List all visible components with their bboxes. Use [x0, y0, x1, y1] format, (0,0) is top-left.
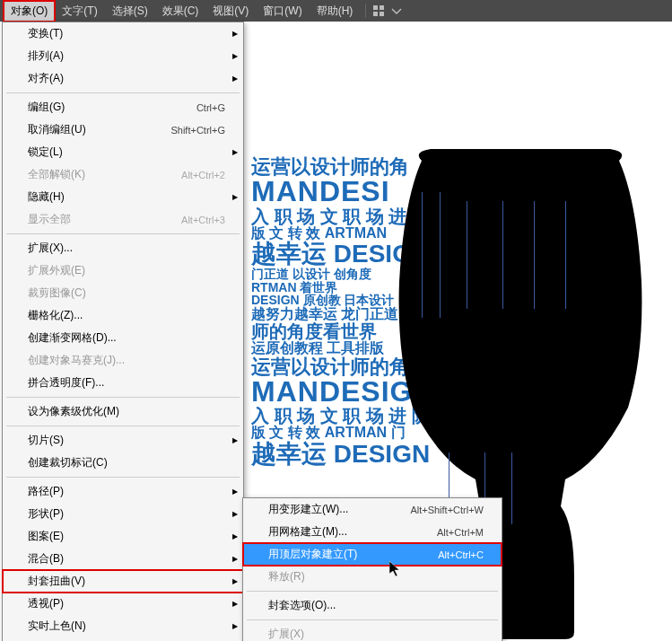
menu-item-shortcut: Alt+Ctrl+3 [181, 215, 225, 225]
menu-item-label: 路径(P) [28, 484, 64, 499]
menu-item[interactable]: 锁定(L) [3, 141, 243, 163]
menu-item-label: 图案(E) [28, 529, 64, 544]
menu-item[interactable]: 实时上色(N) [3, 615, 243, 637]
menu-item[interactable]: 创建裁切标记(C) [3, 452, 243, 474]
menu-item[interactable]: 变换(T) [3, 22, 243, 45]
menu-item-label: 栅格化(Z)... [28, 308, 83, 323]
menu-item[interactable]: 拼合透明度(F)... [3, 372, 243, 394]
object-menu-dropdown: 变换(T)排列(A)对齐(A)编组(G)Ctrl+G取消编组(U)Shift+C… [2, 22, 244, 641]
menu-item[interactable]: 创建渐变网格(D)... [3, 327, 243, 349]
menu-separator [6, 397, 240, 398]
menu-item[interactable]: 扩展(X)... [3, 237, 243, 259]
menu-item[interactable]: 路径(P) [3, 480, 243, 503]
menu-item[interactable]: 排列(A) [3, 45, 243, 67]
svg-rect-3 [380, 12, 384, 16]
menu-item[interactable]: 取消编组(U)Shift+Ctrl+G [3, 119, 243, 141]
menu-item-shortcut: Alt+Ctrl+C [438, 549, 484, 560]
menu-item[interactable]: 图案(E) [3, 525, 243, 548]
menu-separator [6, 233, 240, 234]
menu-item-shortcut: Alt+Ctrl+2 [181, 170, 225, 180]
mouse-cursor-icon [389, 561, 402, 577]
menu-help[interactable]: 帮助(H) [310, 1, 361, 22]
submenu-item: 释放(R) [243, 566, 502, 588]
selection-guide [467, 201, 467, 309]
selection-guide [511, 452, 512, 524]
submenu-item: 扩展(X) [243, 623, 502, 641]
menu-type[interactable]: 文字(T) [55, 1, 104, 22]
menu-item: 裁剪图像(C) [3, 282, 243, 304]
menu-item-label: 变换(T) [28, 26, 63, 41]
menu-item-label: 取消编组(U) [28, 122, 86, 137]
submenu-item[interactable]: 用顶层对象建立(T)Alt+Ctrl+C [243, 543, 502, 566]
menu-item-label: 创建对象马赛克(J)... [28, 353, 125, 368]
svg-rect-0 [373, 5, 378, 10]
submenu-item[interactable]: 用变形建立(W)...Alt+Shift+Ctrl+W [243, 498, 502, 521]
menu-item-label: 扩展外观(E) [28, 263, 85, 278]
menu-item-label: 创建裁切标记(C) [28, 455, 108, 470]
menu-object[interactable]: 对象(O) [4, 1, 55, 22]
selection-guide [422, 192, 423, 318]
svg-rect-1 [380, 5, 384, 10]
menu-item-label: 封套选项(O)... [268, 598, 336, 613]
submenu-item[interactable]: 用网格建立(M)...Alt+Ctrl+M [243, 521, 502, 543]
menu-item[interactable]: 隐藏(H) [3, 186, 243, 208]
menu-item[interactable]: 栅格化(Z)... [3, 304, 243, 327]
menu-item: 扩展外观(E) [3, 259, 243, 282]
menu-item[interactable]: 切片(S) [3, 429, 243, 452]
menu-item[interactable]: 编组(G)Ctrl+G [3, 96, 243, 119]
menu-view[interactable]: 视图(V) [205, 1, 256, 22]
menu-item[interactable]: 形状(P) [3, 503, 243, 525]
menu-item-label: 封套扭曲(V) [28, 574, 85, 589]
menu-item-label: 裁剪图像(C) [28, 285, 86, 301]
menu-item-label: 锁定(L) [28, 145, 63, 160]
menu-item-shortcut: Ctrl+G [196, 102, 225, 113]
menu-effect[interactable]: 效果(C) [155, 1, 206, 22]
menu-item-label: 排列(A) [28, 48, 64, 64]
menu-item-label: 对齐(A) [28, 71, 64, 86]
submenu-item[interactable]: 封套选项(O)... [243, 594, 502, 617]
menu-item-label: 实时上色(N) [28, 619, 86, 634]
menu-item-label: 用变形建立(W)... [268, 502, 348, 517]
menu-separator [247, 619, 498, 620]
menu-item-label: 切片(S) [28, 433, 64, 448]
menu-separator [6, 426, 240, 426]
menu-window[interactable]: 窗口(W) [256, 1, 309, 22]
workspace-icon[interactable] [371, 4, 386, 18]
menu-item[interactable]: 对齐(A) [3, 67, 243, 90]
menu-item[interactable]: 设为像素级优化(M) [3, 400, 243, 423]
menu-separator [6, 92, 240, 93]
menu-select[interactable]: 选择(S) [105, 1, 155, 22]
selection-guide [565, 201, 566, 309]
svg-rect-2 [373, 12, 378, 16]
menu-item-label: 释放(R) [268, 569, 305, 584]
menu-item: 全部解锁(K)Alt+Ctrl+2 [3, 163, 243, 186]
menubar-divider [365, 4, 366, 18]
envelope-distort-submenu: 用变形建立(W)...Alt+Shift+Ctrl+W用网格建立(M)...Al… [242, 497, 502, 641]
menu-item-label: 透视(P) [28, 596, 64, 611]
menu-item-label: 混合(B) [28, 551, 64, 566]
menu-item-label: 显示全部 [28, 212, 71, 227]
menu-item-label: 拼合透明度(F)... [28, 375, 104, 391]
menu-separator [6, 477, 240, 478]
menu-item-shortcut: Alt+Shift+Ctrl+W [410, 505, 484, 515]
menu-item-label: 用顶层对象建立(T) [268, 547, 357, 562]
menu-item-label: 全部解锁(K) [28, 167, 85, 182]
menu-item: 显示全部Alt+Ctrl+3 [3, 208, 243, 231]
menu-item-label: 隐藏(H) [28, 189, 65, 205]
chevron-down-icon[interactable] [389, 4, 404, 18]
selection-guide [440, 192, 441, 318]
menu-item[interactable]: 图像描摹 [3, 637, 243, 641]
menu-item[interactable]: 混合(B) [3, 548, 243, 570]
menu-item-label: 用网格建立(M)... [268, 524, 347, 540]
menu-item-label: 扩展(X) [268, 627, 304, 641]
menu-item: 创建对象马赛克(J)... [3, 349, 243, 372]
menu-item-shortcut: Shift+Ctrl+G [170, 125, 225, 136]
menu-item-label: 创建渐变网格(D)... [28, 330, 117, 346]
menu-item-label: 设为像素级优化(M) [28, 404, 119, 419]
selection-guide [502, 201, 503, 309]
selection-guide [534, 201, 535, 309]
menu-item[interactable]: 透视(P) [3, 593, 243, 615]
menu-item-label: 形状(P) [28, 506, 64, 522]
menu-item-label: 扩展(X)... [28, 241, 73, 256]
menu-item[interactable]: 封套扭曲(V) [3, 570, 243, 593]
